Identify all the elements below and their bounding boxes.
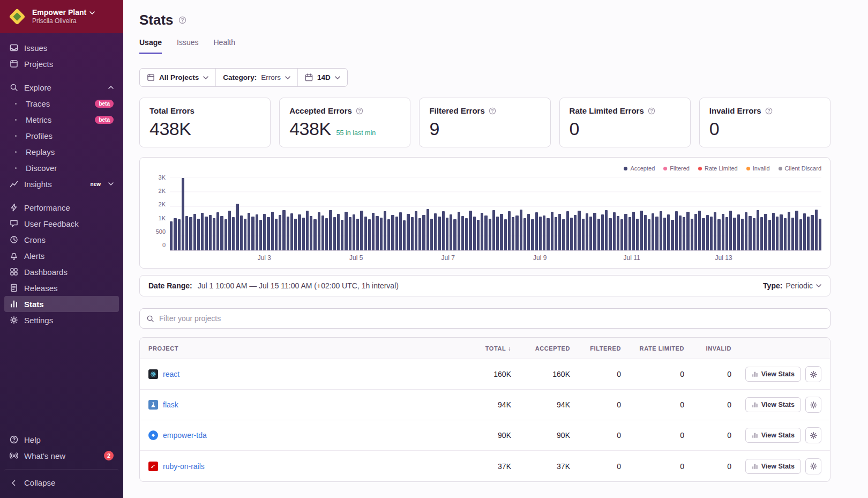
legend-item-accepted[interactable]: Accepted [624, 165, 655, 172]
view-stats-button[interactable]: View Stats [745, 428, 801, 443]
chart-bar[interactable] [500, 214, 503, 251]
column-header-project[interactable]: Project [148, 345, 455, 352]
tab-health[interactable]: Health [214, 38, 235, 54]
chart-bar[interactable] [515, 215, 518, 250]
chart-bar[interactable] [745, 212, 747, 250]
type-dropdown[interactable]: Type: Periodic [763, 281, 821, 290]
chart-bar[interactable] [287, 217, 289, 250]
chart-bar[interactable] [531, 219, 534, 250]
project-settings-button[interactable] [805, 397, 821, 413]
chart-bar[interactable] [706, 215, 709, 250]
project-link[interactable]: flask [163, 400, 178, 409]
chart-bar[interactable] [446, 218, 448, 250]
tab-issues[interactable]: Issues [177, 38, 198, 54]
help-icon[interactable] [765, 107, 773, 115]
chart-bar[interactable] [360, 211, 363, 250]
chart-bar[interactable] [213, 218, 215, 250]
sidebar-item-user-feedback[interactable]: User Feedback [4, 215, 119, 232]
chart-bar[interactable] [481, 213, 483, 250]
sidebar-item-settings[interactable]: Settings [4, 312, 119, 328]
chart-bar[interactable] [318, 212, 320, 250]
chart-bar[interactable] [228, 211, 231, 250]
chart-bar[interactable] [760, 217, 763, 250]
search-input[interactable] [159, 314, 824, 323]
chart-bar[interactable] [547, 218, 549, 250]
chart-bar[interactable] [256, 214, 258, 250]
help-icon[interactable] [356, 107, 363, 115]
chart-bar[interactable] [741, 219, 744, 250]
category-filter-dropdown[interactable]: Category: Errors [215, 69, 297, 86]
chart-bar[interactable] [298, 214, 301, 250]
chart-bar[interactable] [593, 213, 596, 250]
chart-bar[interactable] [780, 214, 782, 250]
column-header-rate-limited[interactable]: Rate Limited [621, 345, 684, 352]
chart-bar[interactable] [356, 219, 359, 250]
chart-bar[interactable] [442, 211, 445, 250]
chart-bar[interactable] [729, 211, 732, 250]
help-icon[interactable] [648, 107, 655, 115]
chart-bar[interactable] [753, 218, 755, 250]
chart-bar[interactable] [574, 215, 577, 250]
chart-bar[interactable] [648, 219, 650, 250]
chart-bar[interactable] [717, 219, 720, 250]
chart-bar[interactable] [259, 220, 262, 250]
sidebar-item-replays[interactable]: Replays [4, 144, 119, 160]
chart-bar[interactable] [380, 218, 383, 250]
chart-bar[interactable] [807, 217, 810, 250]
column-header-accepted[interactable]: Accepted [511, 345, 570, 352]
chart-bar[interactable] [469, 211, 472, 250]
sidebar-item-traces[interactable]: Traces beta [4, 95, 119, 112]
sidebar-item-profiles[interactable]: Profiles [4, 128, 119, 144]
chart-bar[interactable] [178, 219, 181, 250]
chart-bar[interactable] [586, 213, 588, 250]
chart-bar[interactable] [539, 217, 542, 250]
chart-bar[interactable] [465, 218, 468, 250]
chart-bar[interactable] [784, 218, 787, 250]
chart-bar[interactable] [333, 217, 336, 250]
chart-bar[interactable] [205, 217, 207, 250]
chart-bar[interactable] [636, 219, 639, 250]
chart-bar[interactable] [675, 211, 678, 250]
chart-bar[interactable] [644, 215, 647, 250]
chart-bar[interactable] [609, 218, 611, 250]
sidebar-item-dashboards[interactable]: Dashboards [4, 264, 119, 280]
chart-bar[interactable] [220, 216, 223, 250]
chart-bar[interactable] [275, 219, 278, 250]
chart-bar[interactable] [535, 212, 538, 250]
column-header-invalid[interactable]: Invalid [684, 345, 731, 352]
chart-bar[interactable] [811, 215, 813, 250]
chart-bar[interactable] [617, 216, 619, 250]
legend-item-invalid[interactable]: Invalid [746, 165, 770, 172]
sidebar-item-performance[interactable]: Performance [4, 199, 119, 215]
view-stats-button[interactable]: View Stats [745, 367, 801, 382]
chart-bar[interactable] [384, 211, 386, 250]
chart-bar[interactable] [329, 210, 332, 250]
sidebar-item-insights[interactable]: Insights new [4, 176, 119, 192]
chart-bar[interactable] [791, 218, 794, 250]
chart-bar[interactable] [364, 217, 367, 250]
help-icon[interactable] [178, 16, 186, 24]
chart-bar[interactable] [520, 210, 522, 250]
legend-item-rate-limited[interactable]: Rate Limited [698, 165, 738, 172]
chart-bar[interactable] [387, 219, 390, 250]
chart-bar[interactable] [182, 178, 184, 250]
chart-bar[interactable] [325, 218, 328, 250]
chart-bar[interactable] [170, 221, 173, 250]
chart-bar[interactable] [461, 216, 464, 250]
sidebar-item-whats-new[interactable]: What's new 2 [4, 448, 119, 464]
chart-bar[interactable] [570, 218, 573, 250]
chart-bar[interactable] [232, 217, 235, 250]
chart-bar[interactable] [737, 214, 740, 250]
chart-bar[interactable] [803, 213, 806, 250]
column-header-filtered[interactable]: Filtered [570, 345, 621, 352]
chart-bar[interactable] [702, 218, 705, 250]
chart-bar[interactable] [527, 214, 530, 250]
sidebar-item-releases[interactable]: Releases [4, 280, 119, 296]
chart-bar[interactable] [691, 219, 693, 250]
chart-bar[interactable] [555, 217, 557, 250]
chart-bar[interactable] [768, 220, 771, 250]
chart-bar[interactable] [321, 215, 324, 250]
sidebar-item-explore[interactable]: Explore [4, 79, 119, 95]
chart-bar[interactable] [632, 212, 635, 250]
chart-bar[interactable] [290, 213, 293, 250]
